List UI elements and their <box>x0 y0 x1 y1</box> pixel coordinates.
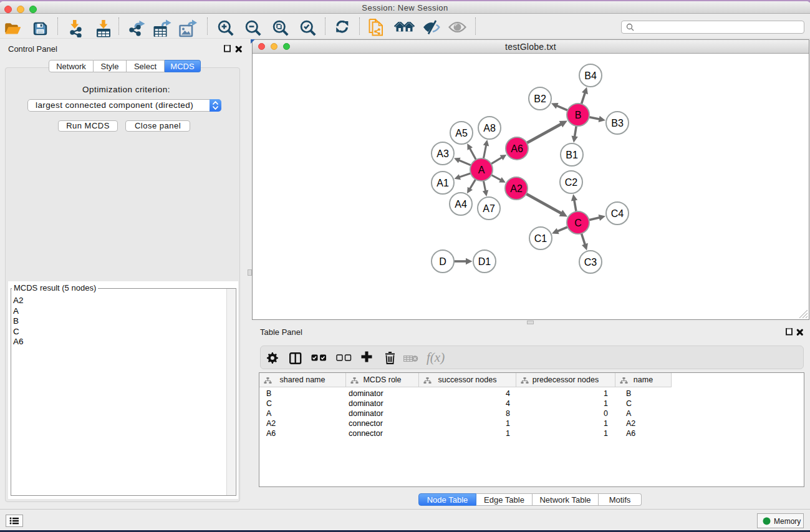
svg-text:B: B <box>575 110 582 120</box>
svg-text:C2: C2 <box>565 177 578 188</box>
svg-text:B2: B2 <box>534 94 546 104</box>
svg-text:A7: A7 <box>483 203 495 214</box>
svg-text:C3: C3 <box>584 257 597 268</box>
svg-text:A4: A4 <box>455 199 467 210</box>
svg-text:A3: A3 <box>436 148 449 159</box>
svg-text:A6: A6 <box>511 143 523 154</box>
svg-text:A5: A5 <box>455 128 468 138</box>
svg-text:A8: A8 <box>483 123 496 133</box>
svg-text:C1: C1 <box>534 233 547 244</box>
svg-text:A: A <box>478 165 485 175</box>
svg-text:A1: A1 <box>436 178 449 188</box>
svg-text:B3: B3 <box>611 118 624 128</box>
svg-text:C4: C4 <box>611 208 624 219</box>
svg-text:D1: D1 <box>478 256 491 267</box>
svg-text:B4: B4 <box>584 70 597 81</box>
svg-text:A2: A2 <box>510 183 523 194</box>
svg-text:B1: B1 <box>566 150 578 160</box>
svg-text:D: D <box>439 256 446 267</box>
svg-text:C: C <box>574 218 582 228</box>
